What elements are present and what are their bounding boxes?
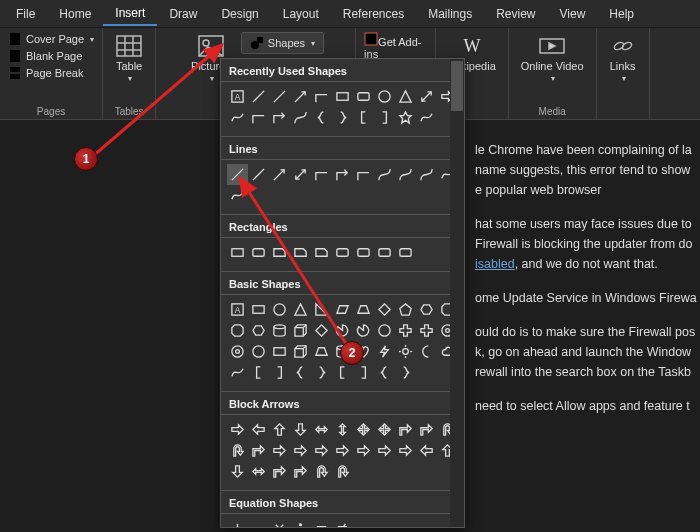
- shape-line[interactable]: [248, 86, 269, 107]
- shape-arrR[interactable]: [353, 440, 374, 461]
- shape-rbrack[interactable]: [353, 362, 374, 383]
- hyperlink-isabled[interactable]: isabled: [475, 257, 515, 271]
- shape-pie[interactable]: [353, 320, 374, 341]
- shape-tri[interactable]: [395, 86, 416, 107]
- shape-curve[interactable]: [416, 164, 437, 185]
- shape-arrLR[interactable]: [248, 461, 269, 482]
- shape-textbox[interactable]: A: [227, 86, 248, 107]
- menu-file[interactable]: File: [4, 3, 47, 25]
- shape-minus[interactable]: [248, 518, 269, 528]
- shape-free[interactable]: [416, 107, 437, 128]
- menu-home[interactable]: Home: [47, 3, 103, 25]
- menu-design[interactable]: Design: [209, 3, 270, 25]
- shape-elbow[interactable]: [311, 164, 332, 185]
- shape-arrU[interactable]: [269, 419, 290, 440]
- dropdown-scrollbar[interactable]: [450, 59, 464, 527]
- menu-layout[interactable]: Layout: [271, 3, 331, 25]
- shape-hex[interactable]: [416, 299, 437, 320]
- shape-arrR[interactable]: [290, 440, 311, 461]
- shape-elbow[interactable]: [311, 86, 332, 107]
- shape-arrR[interactable]: [227, 419, 248, 440]
- shape-rsnip[interactable]: [290, 242, 311, 263]
- shape-sun[interactable]: [395, 341, 416, 362]
- shape-circle[interactable]: [374, 86, 395, 107]
- shape-curve[interactable]: [395, 164, 416, 185]
- shape-free[interactable]: [227, 362, 248, 383]
- shape-rrect[interactable]: [353, 86, 374, 107]
- shape-lineD[interactable]: [416, 86, 437, 107]
- shape-lbrack[interactable]: [353, 107, 374, 128]
- shape-arrR[interactable]: [269, 440, 290, 461]
- shape-pent[interactable]: [395, 299, 416, 320]
- page-break-button[interactable]: Page Break: [8, 66, 94, 80]
- shape-rsnip[interactable]: [269, 242, 290, 263]
- shape-lineD[interactable]: [290, 164, 311, 185]
- shape-mult[interactable]: [269, 518, 290, 528]
- shape-rect[interactable]: [269, 341, 290, 362]
- cover-page-button[interactable]: Cover Page: [8, 32, 94, 46]
- shape-para[interactable]: [332, 299, 353, 320]
- table-button[interactable]: Table: [111, 32, 147, 85]
- shape-trap[interactable]: [353, 299, 374, 320]
- shape-lbrace[interactable]: [374, 362, 395, 383]
- shape-div[interactable]: [290, 518, 311, 528]
- shape-lbrace[interactable]: [311, 107, 332, 128]
- shape-arrLR[interactable]: [311, 419, 332, 440]
- shape-rbrace[interactable]: [332, 107, 353, 128]
- shape-arrD[interactable]: [227, 461, 248, 482]
- shape-donut[interactable]: [227, 341, 248, 362]
- shape-lbrace[interactable]: [290, 362, 311, 383]
- shape-rtri[interactable]: [311, 299, 332, 320]
- shape-cross[interactable]: [416, 320, 437, 341]
- shape-lbrack[interactable]: [248, 362, 269, 383]
- links-button[interactable]: Links: [605, 32, 641, 85]
- shapes-button[interactable]: Shapes: [241, 32, 324, 54]
- shape-arrR[interactable]: [311, 440, 332, 461]
- shape-free[interactable]: [227, 185, 248, 206]
- shape-cube[interactable]: [290, 320, 311, 341]
- shape-arrD[interactable]: [290, 419, 311, 440]
- shape-moon[interactable]: [416, 341, 437, 362]
- shape-arrBent[interactable]: [269, 461, 290, 482]
- menu-mailings[interactable]: Mailings: [416, 3, 484, 25]
- shape-rrect[interactable]: [248, 242, 269, 263]
- shape-lineA[interactable]: [269, 164, 290, 185]
- menu-draw[interactable]: Draw: [157, 3, 209, 25]
- get-addins-button[interactable]: Get Add-ins: [364, 32, 427, 60]
- shape-rrect[interactable]: [353, 242, 374, 263]
- shape-arrL[interactable]: [248, 419, 269, 440]
- shape-eq[interactable]: [311, 518, 332, 528]
- shape-trap[interactable]: [311, 341, 332, 362]
- shape-cube[interactable]: [290, 341, 311, 362]
- shape-rbrack[interactable]: [269, 362, 290, 383]
- shape-circle[interactable]: [248, 341, 269, 362]
- shape-rrect[interactable]: [395, 242, 416, 263]
- shape-arrL[interactable]: [416, 440, 437, 461]
- shape-arrUturn[interactable]: [311, 461, 332, 482]
- shape-rsnip[interactable]: [311, 242, 332, 263]
- shape-arrBent[interactable]: [395, 419, 416, 440]
- shape-lineA[interactable]: [290, 86, 311, 107]
- shape-arrUturn[interactable]: [332, 461, 353, 482]
- shape-arrUturn[interactable]: [227, 440, 248, 461]
- shape-rect[interactable]: [332, 86, 353, 107]
- shape-can[interactable]: [269, 320, 290, 341]
- shape-elbowA[interactable]: [269, 107, 290, 128]
- shape-plus[interactable]: [227, 518, 248, 528]
- menu-insert[interactable]: Insert: [103, 2, 157, 26]
- shape-cross[interactable]: [395, 320, 416, 341]
- shape-arrR[interactable]: [374, 440, 395, 461]
- online-video-button[interactable]: Online Video: [517, 32, 588, 85]
- shape-star[interactable]: [395, 107, 416, 128]
- shape-pie[interactable]: [332, 320, 353, 341]
- shape-rrect[interactable]: [374, 242, 395, 263]
- shape-line[interactable]: [227, 164, 248, 185]
- shape-circle[interactable]: [269, 299, 290, 320]
- shape-bolt[interactable]: [374, 341, 395, 362]
- shape-line[interactable]: [248, 164, 269, 185]
- shape-arrQ[interactable]: [374, 419, 395, 440]
- shape-arrUD[interactable]: [332, 419, 353, 440]
- shape-arrBent[interactable]: [416, 419, 437, 440]
- shape-textbox[interactable]: A: [227, 299, 248, 320]
- shape-diamond[interactable]: [374, 299, 395, 320]
